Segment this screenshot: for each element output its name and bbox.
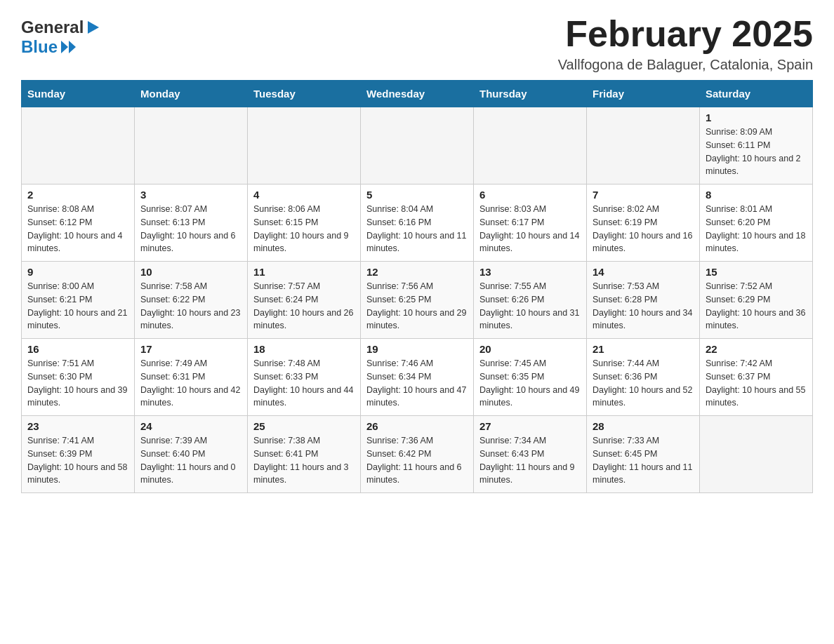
- title-block: February 2025 Vallfogona de Balaguer, Ca…: [558, 14, 813, 73]
- day-number: 24: [140, 420, 241, 432]
- calendar-cell: 21Sunrise: 7:44 AMSunset: 6:36 PMDayligh…: [587, 339, 700, 416]
- day-number: 11: [253, 266, 355, 278]
- day-info: Sunrise: 7:48 AMSunset: 6:33 PMDaylight:…: [253, 357, 355, 410]
- calendar-header-row: SundayMondayTuesdayWednesdayThursdayFrid…: [22, 81, 813, 107]
- day-info: Sunrise: 7:46 AMSunset: 6:34 PMDaylight:…: [366, 357, 468, 410]
- day-info: Sunrise: 8:04 AMSunset: 6:16 PMDaylight:…: [366, 203, 468, 255]
- calendar-cell: [700, 416, 813, 493]
- calendar-cell: 17Sunrise: 7:49 AMSunset: 6:31 PMDayligh…: [135, 339, 248, 416]
- calendar-cell: 9Sunrise: 8:00 AMSunset: 6:21 PMDaylight…: [22, 262, 135, 339]
- day-info: Sunrise: 7:33 AMSunset: 6:45 PMDaylight:…: [593, 434, 694, 487]
- calendar-cell: [248, 107, 361, 185]
- day-number: 4: [253, 189, 355, 201]
- day-number: 17: [140, 343, 241, 355]
- calendar-cell: [474, 107, 587, 185]
- day-info: Sunrise: 8:06 AMSunset: 6:15 PMDaylight:…: [253, 203, 355, 255]
- calendar-cell: 2Sunrise: 8:08 AMSunset: 6:12 PMDaylight…: [22, 185, 135, 262]
- day-number: 14: [593, 266, 694, 278]
- calendar-cell: [135, 107, 248, 185]
- weekday-header-thursday: Thursday: [474, 81, 587, 107]
- calendar-cell: 10Sunrise: 7:58 AMSunset: 6:22 PMDayligh…: [135, 262, 248, 339]
- weekday-header-friday: Friday: [587, 81, 700, 107]
- calendar-cell: 7Sunrise: 8:02 AMSunset: 6:19 PMDaylight…: [587, 185, 700, 262]
- calendar-cell: 28Sunrise: 7:33 AMSunset: 6:45 PMDayligh…: [587, 416, 700, 493]
- day-info: Sunrise: 7:41 AMSunset: 6:39 PMDaylight:…: [27, 434, 128, 487]
- weekday-header-wednesday: Wednesday: [361, 81, 474, 107]
- day-info: Sunrise: 7:36 AMSunset: 6:42 PMDaylight:…: [366, 434, 468, 487]
- day-number: 2: [27, 189, 128, 201]
- calendar-cell: 22Sunrise: 7:42 AMSunset: 6:37 PMDayligh…: [700, 339, 813, 416]
- calendar-table: SundayMondayTuesdayWednesdayThursdayFrid…: [21, 80, 813, 493]
- day-info: Sunrise: 7:39 AMSunset: 6:40 PMDaylight:…: [140, 434, 241, 487]
- calendar-cell: 1Sunrise: 8:09 AMSunset: 6:11 PMDaylight…: [700, 107, 813, 185]
- day-info: Sunrise: 8:08 AMSunset: 6:12 PMDaylight:…: [27, 203, 128, 255]
- month-title: February 2025: [558, 14, 813, 54]
- calendar-cell: 5Sunrise: 8:04 AMSunset: 6:16 PMDaylight…: [361, 185, 474, 262]
- day-info: Sunrise: 7:44 AMSunset: 6:36 PMDaylight:…: [593, 357, 694, 410]
- day-number: 16: [27, 343, 128, 355]
- calendar-cell: 15Sunrise: 7:52 AMSunset: 6:29 PMDayligh…: [700, 262, 813, 339]
- svg-marker-0: [88, 21, 99, 34]
- day-info: Sunrise: 7:38 AMSunset: 6:41 PMDaylight:…: [253, 434, 355, 487]
- weekday-header-saturday: Saturday: [700, 81, 813, 107]
- calendar-cell: 11Sunrise: 7:57 AMSunset: 6:24 PMDayligh…: [248, 262, 361, 339]
- day-number: 21: [593, 343, 694, 355]
- page-header: General Blue February 2025 Vallfogona de…: [21, 14, 813, 73]
- calendar-cell: 23Sunrise: 7:41 AMSunset: 6:39 PMDayligh…: [22, 416, 135, 493]
- day-info: Sunrise: 7:58 AMSunset: 6:22 PMDaylight:…: [140, 280, 241, 333]
- day-number: 9: [27, 266, 128, 278]
- logo-blue-text: Blue: [21, 37, 58, 57]
- day-info: Sunrise: 8:09 AMSunset: 6:11 PMDaylight:…: [706, 126, 807, 178]
- day-number: 13: [479, 266, 581, 278]
- day-info: Sunrise: 8:02 AMSunset: 6:19 PMDaylight:…: [593, 203, 694, 255]
- calendar-cell: [587, 107, 700, 185]
- calendar-cell: [361, 107, 474, 185]
- calendar-cell: 26Sunrise: 7:36 AMSunset: 6:42 PMDayligh…: [361, 416, 474, 493]
- calendar-cell: 12Sunrise: 7:56 AMSunset: 6:25 PMDayligh…: [361, 262, 474, 339]
- calendar-week-row: 2Sunrise: 8:08 AMSunset: 6:12 PMDaylight…: [22, 185, 813, 262]
- day-info: Sunrise: 7:45 AMSunset: 6:35 PMDaylight:…: [479, 357, 581, 410]
- calendar-week-row: 1Sunrise: 8:09 AMSunset: 6:11 PMDaylight…: [22, 107, 813, 185]
- calendar-cell: 3Sunrise: 8:07 AMSunset: 6:13 PMDaylight…: [135, 185, 248, 262]
- day-number: 10: [140, 266, 241, 278]
- calendar-cell: [22, 107, 135, 185]
- calendar-cell: 16Sunrise: 7:51 AMSunset: 6:30 PMDayligh…: [22, 339, 135, 416]
- day-info: Sunrise: 7:51 AMSunset: 6:30 PMDaylight:…: [27, 357, 128, 410]
- day-info: Sunrise: 7:57 AMSunset: 6:24 PMDaylight:…: [253, 280, 355, 333]
- calendar-week-row: 16Sunrise: 7:51 AMSunset: 6:30 PMDayligh…: [22, 339, 813, 416]
- day-number: 1: [706, 112, 807, 123]
- calendar-cell: 19Sunrise: 7:46 AMSunset: 6:34 PMDayligh…: [361, 339, 474, 416]
- day-number: 26: [366, 420, 468, 432]
- calendar-cell: 13Sunrise: 7:55 AMSunset: 6:26 PMDayligh…: [474, 262, 587, 339]
- day-number: 3: [140, 189, 241, 201]
- calendar-cell: 18Sunrise: 7:48 AMSunset: 6:33 PMDayligh…: [248, 339, 361, 416]
- day-number: 6: [479, 189, 581, 201]
- day-number: 22: [706, 343, 807, 355]
- weekday-header-sunday: Sunday: [22, 81, 135, 107]
- day-number: 19: [366, 343, 468, 355]
- day-number: 23: [27, 420, 128, 432]
- calendar-cell: 6Sunrise: 8:03 AMSunset: 6:17 PMDaylight…: [474, 185, 587, 262]
- day-info: Sunrise: 7:49 AMSunset: 6:31 PMDaylight:…: [140, 357, 241, 410]
- day-number: 15: [706, 266, 807, 278]
- day-number: 7: [593, 189, 694, 201]
- day-info: Sunrise: 7:34 AMSunset: 6:43 PMDaylight:…: [479, 434, 581, 487]
- weekday-header-tuesday: Tuesday: [248, 81, 361, 107]
- logo-arrow-icon: [85, 20, 100, 35]
- calendar-cell: 14Sunrise: 7:53 AMSunset: 6:28 PMDayligh…: [587, 262, 700, 339]
- day-info: Sunrise: 8:07 AMSunset: 6:13 PMDaylight:…: [140, 203, 241, 255]
- logo: General Blue: [21, 14, 100, 57]
- logo-general-text: General: [21, 18, 84, 37]
- svg-marker-2: [69, 41, 76, 53]
- day-info: Sunrise: 8:03 AMSunset: 6:17 PMDaylight:…: [479, 203, 581, 255]
- day-number: 18: [253, 343, 355, 355]
- location-subtitle: Vallfogona de Balaguer, Catalonia, Spain: [558, 57, 813, 73]
- calendar-cell: 20Sunrise: 7:45 AMSunset: 6:35 PMDayligh…: [474, 339, 587, 416]
- calendar-week-row: 23Sunrise: 7:41 AMSunset: 6:39 PMDayligh…: [22, 416, 813, 493]
- day-info: Sunrise: 8:01 AMSunset: 6:20 PMDaylight:…: [706, 203, 807, 255]
- day-info: Sunrise: 8:00 AMSunset: 6:21 PMDaylight:…: [27, 280, 128, 333]
- logo-chevrons-icon: [60, 39, 78, 55]
- calendar-cell: 27Sunrise: 7:34 AMSunset: 6:43 PMDayligh…: [474, 416, 587, 493]
- weekday-header-monday: Monday: [135, 81, 248, 107]
- calendar-cell: 4Sunrise: 8:06 AMSunset: 6:15 PMDaylight…: [248, 185, 361, 262]
